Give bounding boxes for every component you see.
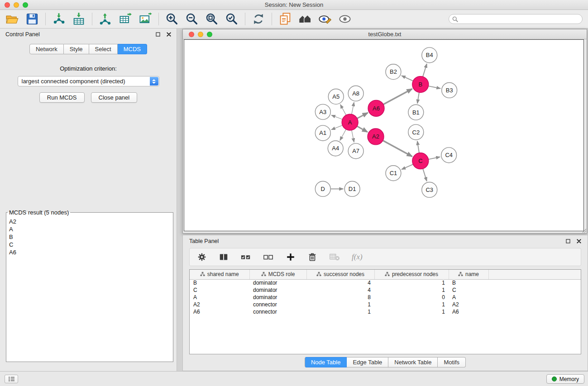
import-network-icon[interactable]: [52, 12, 66, 26]
delete-table-icon[interactable]: [329, 253, 340, 262]
table-row[interactable]: Adominator80A: [190, 294, 581, 301]
node-A7[interactable]: A7: [348, 143, 363, 159]
search-input[interactable]: [460, 16, 579, 22]
add-column-icon[interactable]: [286, 252, 296, 262]
cell[interactable]: B: [449, 279, 488, 286]
close-panel-button[interactable]: Close panel: [91, 92, 138, 103]
node-A5[interactable]: A5: [328, 89, 344, 104]
cell[interactable]: 8: [306, 294, 374, 301]
cell[interactable]: 1: [374, 301, 449, 308]
zoom-traffic-light[interactable]: [23, 2, 28, 8]
cell[interactable]: B: [190, 279, 249, 286]
edge-B-B4[interactable]: [423, 64, 427, 77]
open-session-icon[interactable]: [5, 12, 19, 26]
zoom-out-icon[interactable]: [185, 12, 199, 26]
cell[interactable]: A6: [190, 308, 249, 315]
cell[interactable]: connector: [249, 301, 306, 308]
network-canvas[interactable]: B4B2BB3A5A8A6B1A3AC2A1A2A4A7C4CC1C3DD1: [184, 39, 584, 231]
edge-A-A1[interactable]: [331, 125, 343, 130]
deselect-all-icon[interactable]: [263, 252, 274, 262]
edge-C-C2[interactable]: [417, 141, 419, 153]
tab-network-table[interactable]: Network Table: [388, 357, 438, 367]
edge-C-C3[interactable]: [423, 169, 427, 181]
delete-column-icon[interactable]: [307, 252, 317, 262]
network-view-window[interactable]: testGlobe.txt B4B2BB3A5A8A6B1A3AC2A1A2A4…: [182, 29, 587, 234]
cell[interactable]: A2: [190, 301, 249, 308]
tab-edge-table[interactable]: Edge Table: [347, 357, 388, 367]
tab-motifs[interactable]: Motifs: [438, 357, 466, 367]
result-item[interactable]: A6: [6, 248, 173, 256]
table-row[interactable]: Cdominator41C: [190, 286, 581, 294]
tab-network[interactable]: Network: [29, 44, 64, 54]
toggle-graphics-details-icon[interactable]: [318, 12, 332, 26]
close-panel-icon[interactable]: [167, 32, 171, 37]
node-A4[interactable]: A4: [328, 141, 343, 156]
cell[interactable]: C: [190, 286, 249, 294]
node-B4[interactable]: B4: [422, 48, 437, 63]
float-panel-icon[interactable]: [156, 32, 160, 37]
table-row[interactable]: Bdominator41B: [190, 279, 581, 286]
cell[interactable]: 1: [374, 279, 449, 286]
zoom-fit-icon[interactable]: [205, 12, 219, 26]
cell[interactable]: A2: [449, 301, 488, 308]
edge-A-A3[interactable]: [331, 115, 342, 119]
cell[interactable]: 1: [306, 301, 374, 308]
show-columns-icon[interactable]: [219, 252, 229, 262]
node-C3[interactable]: C3: [422, 182, 437, 198]
export-network-icon[interactable]: [99, 12, 112, 26]
edge-B-B2[interactable]: [402, 76, 413, 81]
cell[interactable]: C: [449, 286, 488, 294]
node-B[interactable]: B: [412, 76, 429, 93]
result-item[interactable]: B: [6, 233, 173, 241]
export-image-icon[interactable]: [139, 12, 152, 26]
node-A[interactable]: A: [342, 114, 358, 130]
node-C[interactable]: C: [412, 153, 429, 169]
column-header-predecessor-nodes[interactable]: predecessor nodes: [374, 270, 449, 279]
node-A8[interactable]: A8: [348, 86, 363, 101]
cell[interactable]: 4: [306, 279, 374, 286]
cell[interactable]: 4: [306, 286, 374, 294]
edge-A2-C[interactable]: [383, 141, 412, 157]
optimization-criterion-select[interactable]: largest connected component (directed): [18, 76, 159, 86]
select-all-icon[interactable]: [240, 252, 251, 262]
node-C1[interactable]: C1: [386, 166, 401, 181]
node-B1[interactable]: B1: [408, 105, 424, 120]
node-B3[interactable]: B3: [442, 83, 457, 98]
cell[interactable]: connector: [249, 308, 306, 315]
edge-A-A5[interactable]: [340, 105, 346, 115]
node-A6[interactable]: A6: [368, 100, 384, 116]
network-zoom-traffic-light[interactable]: [207, 32, 212, 37]
home-pages-icon[interactable]: [298, 12, 312, 26]
tab-style[interactable]: Style: [64, 44, 89, 54]
edge-A-A4[interactable]: [340, 129, 346, 141]
apply-layout-icon[interactable]: [252, 12, 265, 26]
birds-eye-view-icon[interactable]: [338, 12, 352, 26]
cell[interactable]: A6: [449, 308, 488, 315]
zoom-in-icon[interactable]: [165, 12, 179, 26]
window-resize-grip[interactable]: [581, 228, 587, 233]
cell[interactable]: dominator: [249, 286, 306, 294]
cell[interactable]: 0: [374, 294, 449, 301]
edge-A-A8[interactable]: [352, 102, 354, 114]
table-row[interactable]: A6connector11A6: [190, 308, 581, 315]
column-header-successor-nodes[interactable]: successor nodes: [306, 270, 374, 279]
table-settings-gear-icon[interactable]: [197, 252, 207, 262]
cell[interactable]: dominator: [249, 294, 306, 301]
cell[interactable]: A: [190, 294, 249, 301]
edge-C-C4[interactable]: [428, 157, 440, 159]
network-document-icon[interactable]: [278, 12, 292, 26]
result-item[interactable]: C: [6, 241, 173, 248]
edge-B-B1[interactable]: [417, 92, 419, 103]
cell[interactable]: 1: [374, 308, 449, 315]
network-graph[interactable]: B4B2BB3A5A8A6B1A3AC2A1A2A4A7C4CC1C3DD1: [184, 40, 583, 231]
tab-mcds[interactable]: MCDS: [118, 44, 147, 54]
tab-node-table[interactable]: Node Table: [305, 357, 347, 367]
minimize-traffic-light[interactable]: [14, 2, 19, 8]
edge-A6-B[interactable]: [383, 89, 412, 104]
node-D[interactable]: D: [315, 181, 330, 197]
node-A1[interactable]: A1: [315, 125, 330, 141]
function-builder-fx[interactable]: f(x): [352, 253, 363, 262]
edge-C-C1[interactable]: [402, 164, 413, 169]
cell[interactable]: dominator: [249, 279, 306, 286]
column-header-name[interactable]: name: [449, 270, 488, 279]
